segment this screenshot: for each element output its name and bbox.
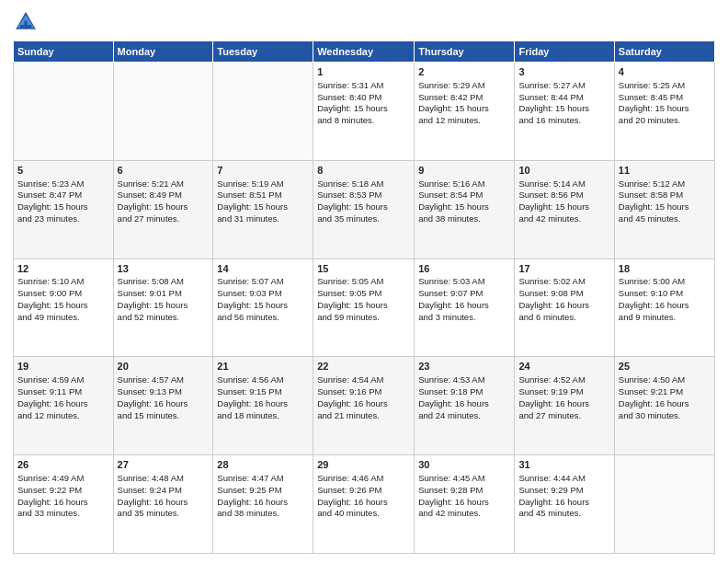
day-info: Daylight: 16 hours — [217, 497, 309, 509]
day-info: Daylight: 15 hours — [217, 300, 309, 312]
day-info: Daylight: 16 hours — [317, 398, 410, 410]
day-info: and 42 minutes. — [418, 508, 510, 520]
day-info: and 30 minutes. — [619, 410, 711, 422]
day-info: Sunrise: 5:25 AM — [619, 80, 711, 92]
day-info: Daylight: 16 hours — [518, 398, 609, 410]
day-info: and 45 minutes. — [619, 213, 711, 225]
day-info: and 23 minutes. — [17, 213, 109, 225]
day-info: Daylight: 15 hours — [418, 201, 510, 213]
day-info: and 40 minutes. — [317, 508, 410, 520]
day-info: Sunset: 9:19 PM — [518, 386, 609, 398]
day-info: Daylight: 16 hours — [217, 398, 309, 410]
calendar-cell: 3Sunrise: 5:27 AMSunset: 8:44 PMDaylight… — [515, 63, 614, 161]
day-info: and 12 minutes. — [418, 115, 510, 127]
calendar-cell: 18Sunrise: 5:00 AMSunset: 9:10 PMDayligh… — [614, 259, 714, 357]
day-info: Sunrise: 5:31 AM — [317, 80, 410, 92]
day-number: 26 — [17, 458, 109, 472]
day-info: Sunset: 8:45 PM — [619, 92, 711, 104]
calendar-cell — [614, 455, 714, 554]
day-info: Sunset: 9:21 PM — [619, 386, 711, 398]
day-number: 16 — [418, 262, 510, 276]
day-info: and 56 minutes. — [217, 312, 309, 324]
calendar-cell: 10Sunrise: 5:14 AMSunset: 8:56 PMDayligh… — [515, 160, 614, 259]
day-info: Sunset: 9:11 PM — [17, 386, 109, 398]
day-info: Sunset: 9:28 PM — [418, 485, 510, 497]
day-info: and 16 minutes. — [518, 115, 609, 127]
header — [13, 9, 715, 35]
day-info: Daylight: 15 hours — [317, 103, 410, 115]
day-info: Sunset: 9:13 PM — [118, 386, 210, 398]
calendar-header-cell: Wednesday — [313, 41, 415, 63]
day-info: Daylight: 16 hours — [418, 300, 510, 312]
day-number: 9 — [418, 164, 510, 178]
logo — [13, 9, 42, 35]
day-number: 28 — [217, 458, 309, 472]
day-info: Sunrise: 4:53 AM — [418, 374, 510, 386]
calendar-header-cell: Tuesday — [213, 41, 313, 63]
day-info: and 42 minutes. — [518, 213, 609, 225]
day-number: 24 — [518, 360, 609, 373]
day-info: Sunrise: 5:23 AM — [17, 178, 109, 190]
day-info: Daylight: 15 hours — [118, 300, 210, 312]
day-info: Daylight: 16 hours — [518, 300, 609, 312]
day-info: Sunrise: 4:50 AM — [619, 374, 711, 386]
day-info: Sunset: 9:29 PM — [518, 485, 609, 497]
day-info: Sunset: 8:53 PM — [317, 190, 410, 201]
day-info: and 21 minutes. — [317, 410, 410, 422]
day-info: Daylight: 16 hours — [418, 398, 510, 410]
day-number: 10 — [518, 164, 609, 178]
day-number: 3 — [518, 65, 609, 79]
day-info: Sunset: 9:22 PM — [17, 485, 109, 497]
day-info: and 3 minutes. — [418, 312, 510, 324]
day-info: Daylight: 15 hours — [317, 201, 410, 213]
day-info: Sunrise: 5:03 AM — [418, 276, 510, 288]
day-number: 4 — [619, 65, 711, 79]
day-number: 20 — [118, 360, 210, 373]
day-info: Sunrise: 4:56 AM — [217, 374, 309, 386]
calendar-week-row: 26Sunrise: 4:49 AMSunset: 9:22 PMDayligh… — [14, 455, 715, 554]
day-info: Sunset: 9:24 PM — [118, 485, 210, 497]
day-info: Daylight: 15 hours — [619, 201, 711, 213]
calendar-cell: 14Sunrise: 5:07 AMSunset: 9:03 PMDayligh… — [213, 259, 313, 357]
day-info: and 33 minutes. — [17, 508, 109, 520]
day-info: Sunrise: 4:45 AM — [418, 473, 510, 485]
day-info: Daylight: 16 hours — [317, 497, 410, 509]
day-number: 11 — [619, 164, 711, 178]
day-info: Sunset: 9:25 PM — [217, 485, 309, 497]
day-info: Sunset: 8:58 PM — [619, 190, 711, 201]
day-info: Sunrise: 5:18 AM — [317, 178, 410, 190]
calendar-cell — [113, 63, 213, 161]
day-number: 8 — [317, 164, 410, 178]
day-info: Sunrise: 5:14 AM — [518, 178, 609, 190]
calendar-cell: 23Sunrise: 4:53 AMSunset: 9:18 PMDayligh… — [415, 357, 515, 455]
calendar-cell: 26Sunrise: 4:49 AMSunset: 9:22 PMDayligh… — [14, 455, 114, 554]
day-info: and 35 minutes. — [317, 213, 410, 225]
day-info: and 45 minutes. — [518, 508, 609, 520]
calendar-cell: 20Sunrise: 4:57 AMSunset: 9:13 PMDayligh… — [113, 357, 213, 455]
day-info: Sunset: 9:01 PM — [118, 288, 210, 300]
day-info: Daylight: 15 hours — [217, 201, 309, 213]
day-info: Sunset: 8:40 PM — [317, 92, 410, 104]
calendar-body: 1Sunrise: 5:31 AMSunset: 8:40 PMDaylight… — [14, 63, 715, 554]
day-info: Sunrise: 5:07 AM — [217, 276, 309, 288]
logo-icon — [13, 9, 39, 35]
day-number: 13 — [118, 262, 210, 276]
day-info: Daylight: 16 hours — [619, 300, 711, 312]
day-info: Daylight: 15 hours — [518, 103, 609, 115]
day-number: 7 — [217, 164, 309, 178]
calendar-header-cell: Thursday — [415, 41, 515, 63]
day-info: Sunrise: 5:29 AM — [418, 80, 510, 92]
day-info: Sunset: 9:16 PM — [317, 386, 410, 398]
calendar-header-row: SundayMondayTuesdayWednesdayThursdayFrid… — [14, 41, 715, 63]
day-info: and 38 minutes. — [217, 508, 309, 520]
day-info: Sunset: 9:07 PM — [418, 288, 510, 300]
day-info: Sunrise: 5:02 AM — [518, 276, 609, 288]
calendar: SundayMondayTuesdayWednesdayThursdayFrid… — [13, 40, 715, 554]
calendar-cell — [14, 63, 114, 161]
day-number: 29 — [317, 458, 410, 472]
calendar-cell: 30Sunrise: 4:45 AMSunset: 9:28 PMDayligh… — [415, 455, 515, 554]
day-info: Daylight: 16 hours — [118, 497, 210, 509]
day-number: 22 — [317, 360, 410, 373]
day-info: Sunrise: 5:19 AM — [217, 178, 309, 190]
calendar-cell: 17Sunrise: 5:02 AMSunset: 9:08 PMDayligh… — [515, 259, 614, 357]
